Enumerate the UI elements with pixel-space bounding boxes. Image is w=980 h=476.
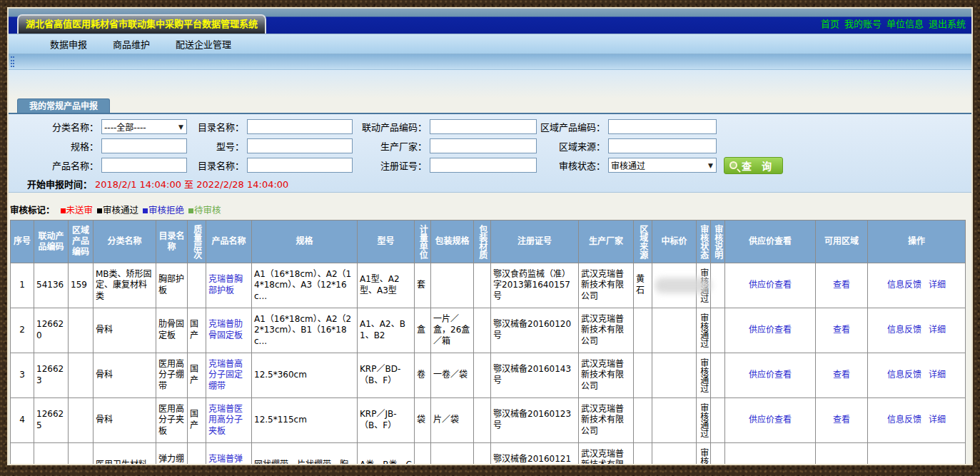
topbar-link[interactable]: 首页 (821, 19, 839, 29)
product-link[interactable]: 克瑞普高分子固定绷带 (208, 359, 243, 391)
cell-link_code: 54136 (34, 263, 69, 308)
supply_view-link[interactable]: 供应价查看 (749, 415, 792, 425)
cell-category: 骨科 (94, 398, 156, 443)
product-name-input-label: 产品名称： (17, 158, 101, 172)
op-link[interactable]: 详细 (929, 325, 946, 335)
header-bar: 湖北省高值医用耗材省市联动集中采购平台数据管理系统 首页我的账号单位信息退出系统 (9, 9, 971, 34)
cell-link_code: 126620 (34, 308, 69, 353)
menu-item[interactable]: 商品维护 (113, 37, 150, 51)
supply_view-link[interactable]: 供应价查看 (749, 370, 792, 380)
product-link[interactable]: 克瑞普胸部护板 (208, 274, 243, 295)
region_view-link[interactable]: 查看 (833, 370, 850, 380)
cell-audit_note (711, 308, 725, 353)
chevron-down-icon: ▼ (708, 162, 714, 169)
catalog-input-label: 目录名称： (187, 120, 247, 133)
catalog-input[interactable] (247, 119, 353, 134)
cell-unit: 套 (415, 263, 431, 308)
page-title: 湖北省高值医用耗材省市联动集中采购平台数据管理系统 (17, 14, 266, 34)
audit-status-select[interactable]: 审核通过▼ (608, 158, 717, 173)
cell-model: KRP／BD-（B、F） (358, 353, 415, 398)
model-input-label: 型号： (187, 139, 247, 153)
op-link[interactable]: 详细 (929, 370, 946, 380)
region-source-input[interactable] (608, 138, 717, 153)
menu-item[interactable]: 数据申报 (50, 37, 87, 51)
tab-my-regular-product-declare[interactable]: 我的常规产品申报 (17, 98, 110, 113)
product-link[interactable]: 克瑞普医用高分子夹板 (208, 404, 243, 436)
cell-unit: 袋 (415, 398, 431, 443)
legend-item: 审核通过 (97, 205, 138, 216)
cell-spec: 12.5*115cm (252, 398, 358, 443)
cell-audit_status: 审核通过 (697, 308, 711, 353)
table-row: 3126623骨科医用高分子绷带国产克瑞普高分子固定绷带12.5*360cmKR… (11, 353, 966, 398)
cell-pack_material (474, 443, 491, 466)
audit-legend: 审核标记： 未送审审核通过审核拒绝待审核 (10, 202, 971, 216)
menu-item[interactable]: 配送企业管理 (176, 37, 231, 51)
main-menu: 数据申报商品维护配送企业管理 (9, 34, 971, 54)
table-body: 154136159MB类、矫形固定、康复材料类胸部护板克瑞普胸部护板A1（16*… (11, 263, 966, 466)
drag-grip-icon[interactable] (11, 56, 14, 67)
region_view-link[interactable]: 查看 (833, 280, 850, 290)
cell-category: 骨科 (94, 308, 156, 353)
cell-region_source (634, 443, 652, 466)
cert-input[interactable] (430, 158, 537, 173)
legend-item: 审核拒绝 (143, 205, 184, 216)
sub-toolbar (9, 54, 971, 70)
table-row: 154136159MB类、矫形固定、康复材料类胸部护板克瑞普胸部护板A1（16*… (11, 263, 966, 308)
cell-link_code (34, 443, 69, 466)
cell-supply_view: 供应价查看 (725, 353, 816, 398)
supply_view-link[interactable]: 供应价查看 (749, 280, 792, 290)
op-link[interactable]: 信息反馈 (887, 325, 921, 335)
catalog-name-input[interactable] (247, 158, 353, 173)
supply_view-link[interactable]: 供应价查看 (749, 325, 792, 335)
declare-time-value: 2018/2/1 14:04:00 至 2022/2/28 14:04:00 (95, 177, 288, 191)
topbar-link[interactable]: 退出系统 (929, 19, 966, 29)
cell-audit_note (711, 398, 725, 443)
cell-spec: 网状绷带、片状绷带、胸 (252, 443, 358, 466)
cell-catalog: 医用高分子夹板 (156, 398, 188, 443)
legend-item: 待审核 (188, 205, 221, 216)
op-link[interactable]: 信息反馈 (887, 280, 921, 290)
cell-supply_view: 供应价查看 (725, 263, 816, 308)
spec-input[interactable] (101, 138, 187, 153)
col-header-pack_material: 包装材质 (474, 221, 491, 263)
app-window: 湖北省高值医用耗材省市联动集中采购平台数据管理系统 首页我的账号单位信息退出系统… (7, 7, 973, 465)
tab-row: 我的常规产品申报 (9, 98, 971, 113)
op-link[interactable]: 信息反馈 (887, 415, 921, 425)
redacted-price (655, 278, 712, 293)
cell-category: 医用卫生材料 (94, 443, 156, 466)
op-link[interactable]: 详细 (929, 415, 946, 425)
product-link[interactable]: 克瑞普肋骨固定板 (208, 319, 243, 340)
cell-catalog: 胸部护板 (156, 263, 188, 308)
cell-seq (11, 443, 34, 466)
cell-price (652, 263, 697, 308)
cell-region_view: 查看 (816, 398, 868, 443)
table-row: 4126625骨科医用高分子夹板国产克瑞普医用高分子夹板12.5*115cmKR… (11, 398, 966, 443)
cell-quality (188, 263, 206, 308)
product-link[interactable]: 克瑞普弹力绷带 (208, 454, 243, 465)
topbar-link[interactable]: 我的账号 (844, 19, 882, 29)
manufacturer-input[interactable] (430, 138, 537, 153)
query-button[interactable]: 查 询 (724, 157, 783, 174)
legend-square-icon (143, 208, 148, 213)
region_view-link[interactable]: 查看 (833, 325, 850, 335)
col-header-pack_spec: 包装规格 (431, 221, 474, 263)
cell-spec: A1（16*18cm）、A2（22*13cm）、B1（16*18c... (252, 308, 358, 353)
cell-ops: 信息反馈详细 (868, 308, 966, 353)
region_view-link[interactable]: 查看 (833, 415, 850, 425)
cell-product: 克瑞普医用高分子夹板 (206, 398, 252, 443)
link-code-input[interactable] (430, 119, 537, 134)
model-input[interactable] (247, 138, 353, 153)
declare-time-row: 开始申报时间： 2018/2/1 14:04:00 至 2022/2/28 14… (9, 175, 971, 193)
chevron-down-icon: ▼ (178, 123, 184, 131)
op-link[interactable]: 信息反馈 (887, 370, 921, 380)
product-name-input[interactable] (101, 158, 187, 173)
cell-audit_status: 审核通过 (697, 398, 711, 443)
category-select[interactable]: ----全部----▼ (101, 119, 187, 134)
cell-region_code (69, 398, 94, 443)
region-code-input[interactable] (608, 119, 717, 134)
cell-pack_spec: 一片／盒，26盒／箱 (431, 308, 474, 353)
op-link[interactable]: 详细 (929, 280, 946, 290)
cell-supply_view: 供应价查看 (725, 308, 816, 353)
topbar-link[interactable]: 单位信息 (886, 19, 924, 29)
cell-audit_note (711, 263, 725, 308)
